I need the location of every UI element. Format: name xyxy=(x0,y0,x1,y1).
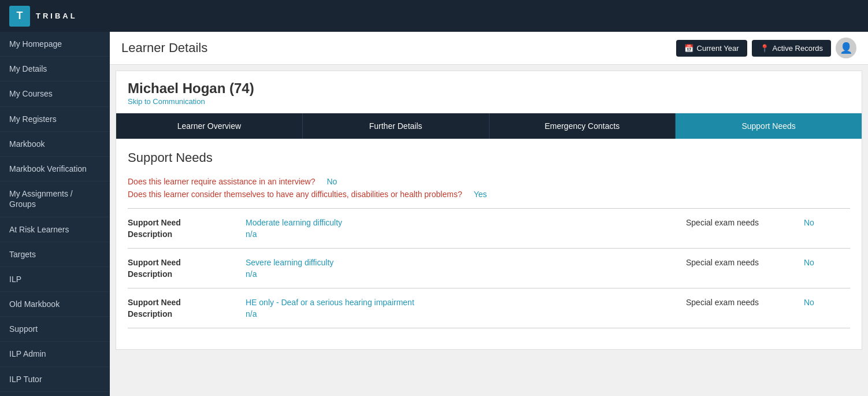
support-key-label: Special exam needs xyxy=(686,258,802,267)
sidebar-item-markbook-verification[interactable]: Markbook Verification xyxy=(0,157,110,182)
answer2: Yes xyxy=(474,190,487,199)
support-need-value: Moderate learning difficulty xyxy=(246,218,684,227)
support-need-label: Support Need xyxy=(128,298,243,307)
sidebar-item-ilp-admin[interactable]: ILP Admin xyxy=(0,342,110,367)
tab-support-needs[interactable]: Support Needs xyxy=(676,113,862,139)
tab-learner-overview[interactable]: Learner Overview xyxy=(116,113,303,139)
sidebar-item-support[interactable]: Support xyxy=(0,317,110,342)
sidebar-item-my-homepage[interactable]: My Homepage xyxy=(0,32,110,57)
logo-box: T xyxy=(9,6,30,27)
sidebar-item-my-registers[interactable]: My Registers xyxy=(0,107,110,132)
active-records-label: Active Records xyxy=(773,44,823,53)
sidebar-item-at-risk-learners[interactable]: At Risk Learners xyxy=(0,217,110,242)
support-items-container: Support Need Moderate learning difficult… xyxy=(128,218,850,328)
learner-card: Michael Hogan (74) Skip to Communication… xyxy=(116,71,862,350)
support-desc-row-3: Description n/a xyxy=(128,309,850,319)
support-key-label: Special exam needs xyxy=(686,218,802,227)
sidebar: My HomepageMy DetailsMy CoursesMy Regist… xyxy=(0,32,110,396)
learner-name-section: Michael Hogan (74) Skip to Communication xyxy=(116,71,862,113)
support-need-row-2: Support Need Severe learning difficulty … xyxy=(128,258,850,267)
support-desc-value: n/a xyxy=(246,309,684,319)
support-need-value: Severe learning difficulty xyxy=(246,258,684,267)
question1-text: Does this learner require assistance in … xyxy=(128,177,316,186)
learner-name: Michael Hogan (74) xyxy=(128,80,850,97)
sidebar-item-old-markbook[interactable]: Old Markbook xyxy=(0,292,110,317)
divider-top xyxy=(128,208,850,209)
support-need-label: Support Need xyxy=(128,218,243,227)
avatar[interactable]: 👤 xyxy=(836,38,856,58)
sidebar-item-targets[interactable]: Targets xyxy=(0,242,110,267)
support-divider-3 xyxy=(128,328,850,328)
support-need-label: Support Need xyxy=(128,258,243,267)
support-desc-value: n/a xyxy=(246,230,684,239)
active-records-button[interactable]: 📍 Active Records xyxy=(752,40,831,57)
top-header: T TRIBAL xyxy=(0,0,868,32)
sidebar-item-ilp[interactable]: ILP xyxy=(0,267,110,292)
support-desc-label: Description xyxy=(128,309,243,319)
support-needs-title: Support Needs xyxy=(128,150,850,165)
sidebar-item-my-assignments--groups[interactable]: My Assignments / Groups xyxy=(0,182,110,217)
support-desc-value: n/a xyxy=(246,269,684,279)
main-layout: My HomepageMy DetailsMy CoursesMy Regist… xyxy=(0,32,868,396)
sidebar-item-my-courses[interactable]: My Courses xyxy=(0,82,110,106)
support-key-label: Special exam needs xyxy=(686,298,802,307)
tab-further-details[interactable]: Further Details xyxy=(303,113,489,139)
support-divider-2 xyxy=(128,288,850,288)
sidebar-item-ilp-tutor[interactable]: ILP Tutor xyxy=(0,367,110,392)
learner-content: Michael Hogan (74) Skip to Communication… xyxy=(110,65,868,396)
question2-text: Does this learner consider themselves to… xyxy=(128,190,462,199)
support-divider-1 xyxy=(128,248,850,249)
current-year-label: Current Year xyxy=(697,44,739,53)
question-row-1: Does this learner require assistance in … xyxy=(128,177,850,186)
support-key-answer: No xyxy=(804,218,850,227)
logo-area: T TRIBAL xyxy=(9,6,77,27)
answer1: No xyxy=(327,177,337,186)
support-desc-row-1: Description n/a xyxy=(128,230,850,239)
sidebar-item-markbook[interactable]: Markbook xyxy=(0,132,110,157)
support-desc-row-2: Description n/a xyxy=(128,269,850,279)
content-area: Learner Details 📅 Current Year 📍 Active … xyxy=(110,32,868,396)
pin-icon: 📍 xyxy=(760,44,769,53)
support-key-answer: No xyxy=(804,258,850,267)
support-need-row-1: Support Need Moderate learning difficult… xyxy=(128,218,850,227)
calendar-icon: 📅 xyxy=(684,44,693,53)
support-desc-label: Description xyxy=(128,269,243,279)
question-row-2: Does this learner consider themselves to… xyxy=(128,190,850,199)
page-title: Learner Details xyxy=(121,40,207,55)
support-need-value: HE only - Deaf or a serious hearing impa… xyxy=(246,298,684,307)
support-desc-label: Description xyxy=(128,230,243,239)
support-key-answer: No xyxy=(804,298,850,307)
support-need-row-3: Support Need HE only - Deaf or a serious… xyxy=(128,298,850,307)
support-content: Support Needs Does this learner require … xyxy=(116,139,862,349)
current-year-button[interactable]: 📅 Current Year xyxy=(676,40,747,57)
sidebar-item-my-details[interactable]: My Details xyxy=(0,57,110,82)
header-actions: 📅 Current Year 📍 Active Records 👤 xyxy=(676,38,856,58)
content-header: Learner Details 📅 Current Year 📍 Active … xyxy=(110,32,868,65)
tab-emergency-contacts[interactable]: Emergency Contacts xyxy=(489,113,676,139)
logo-text: TRIBAL xyxy=(36,12,77,20)
skip-to-communication-link[interactable]: Skip to Communication xyxy=(128,97,205,106)
tab-navigation: Learner OverviewFurther DetailsEmergency… xyxy=(116,113,862,139)
